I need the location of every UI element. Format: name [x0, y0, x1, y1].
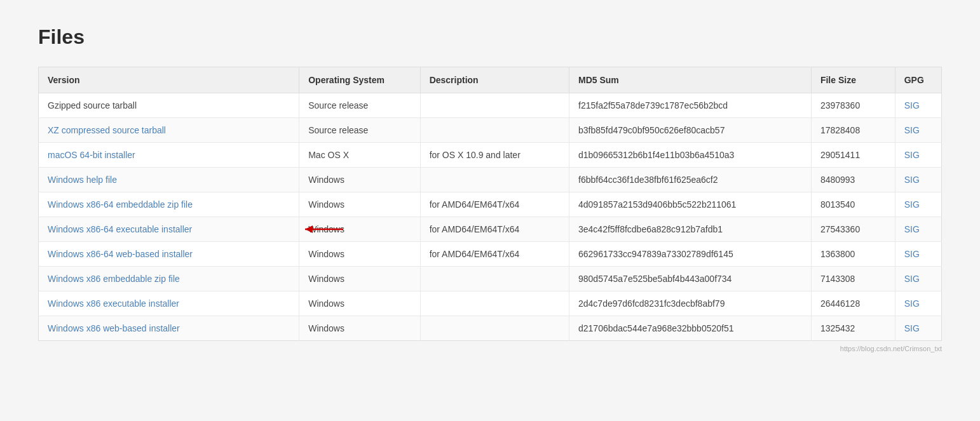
table-header-row: Version Operating System Description MD5…: [39, 67, 942, 93]
table-row: Windows x86-64 web-based installerWindow…: [39, 242, 942, 267]
file-version-link[interactable]: Windows x86-64 executable installer: [48, 224, 192, 234]
cell-description: for OS X 10.9 and later: [420, 143, 569, 168]
file-version-link[interactable]: Windows x86-64 embeddable zip file: [48, 199, 193, 210]
cell-gpg: SIG: [895, 267, 941, 291]
cell-os: Windows: [299, 242, 420, 267]
svg-marker-1: [305, 225, 313, 233]
column-header-version: Version: [39, 67, 299, 93]
cell-filesize: 7143308: [811, 267, 895, 291]
file-version-link[interactable]: macOS 64-bit installer: [48, 150, 135, 160]
cell-description: for AMD64/EM64T/x64: [420, 217, 569, 242]
cell-description: [420, 291, 569, 316]
table-row: Windows help fileWindowsf6bbf64cc36f1de3…: [39, 168, 942, 192]
cell-filesize: 8480993: [811, 168, 895, 192]
cell-md5: 662961733cc947839a73302789df6145: [569, 242, 812, 267]
cell-filesize: 23978360: [811, 93, 895, 118]
cell-os: Source release: [299, 93, 420, 118]
gpg-sig-link[interactable]: SIG: [904, 224, 920, 234]
cell-version: Windows x86-64 embeddable zip file: [39, 192, 299, 217]
cell-os: Windows: [299, 267, 420, 291]
cell-md5: d1b09665312b6b1f4e11b03b6a4510a3: [569, 143, 812, 168]
table-row: XZ compressed source tarballSource relea…: [39, 118, 942, 143]
file-version-link[interactable]: Windows x86-64 web-based installer: [48, 249, 193, 259]
gpg-sig-link[interactable]: SIG: [904, 150, 920, 160]
table-row: Windows x86 executable installerWindows2…: [39, 291, 942, 316]
file-version-link[interactable]: XZ compressed source tarball: [48, 125, 166, 135]
cell-description: [420, 168, 569, 192]
column-header-os: Operating System: [299, 67, 420, 93]
cell-description: [420, 316, 569, 341]
cell-os: Windows: [299, 291, 420, 316]
cell-version: Windows x86 embeddable zip file: [39, 267, 299, 291]
cell-version: Windows x86-64 web-based installer: [39, 242, 299, 267]
cell-filesize: 1363800: [811, 242, 895, 267]
cell-gpg: SIG: [895, 291, 941, 316]
cell-description: for AMD64/EM64T/x64: [420, 242, 569, 267]
column-header-md5: MD5 Sum: [569, 67, 812, 93]
table-row: Windows x86-64 embeddable zip fileWindow…: [39, 192, 942, 217]
files-table: Version Operating System Description MD5…: [38, 67, 942, 341]
cell-version: Windows help file: [39, 168, 299, 192]
table-row: Gzipped source tarballSource releasef215…: [39, 93, 942, 118]
cell-version: Gzipped source tarball: [39, 93, 299, 118]
cell-description: [420, 118, 569, 143]
cell-md5: b3fb85fd479c0bf950c626ef80cacb57: [569, 118, 812, 143]
cell-description: [420, 267, 569, 291]
cell-gpg: SIG: [895, 316, 941, 341]
cell-md5: 2d4c7de97d6fcd8231fc3decbf8abf79: [569, 291, 812, 316]
cell-os: Mac OS X: [299, 143, 420, 168]
footer-note: https://blog.csdn.net/Crimson_txt: [38, 345, 942, 352]
file-version-link[interactable]: Windows help file: [48, 175, 117, 185]
file-version-link[interactable]: Windows x86 web-based installer: [48, 323, 180, 333]
gpg-sig-link[interactable]: SIG: [904, 175, 920, 185]
column-header-description: Description: [420, 67, 569, 93]
cell-description: [420, 93, 569, 118]
cell-gpg: SIG: [895, 192, 941, 217]
cell-filesize: 8013540: [811, 192, 895, 217]
cell-os: Windows: [299, 316, 420, 341]
table-row: Windows x86 web-based installerWindowsd2…: [39, 316, 942, 341]
page-title: Files: [38, 25, 942, 49]
cell-gpg: SIG: [895, 93, 941, 118]
cell-md5: f215fa2f55a78de739c1787ec56b2bcd: [569, 93, 812, 118]
cell-md5: d21706bdac544e7a968e32bbb0520f51: [569, 316, 812, 341]
cell-md5: 980d5745a7e525be5abf4b443a00f734: [569, 267, 812, 291]
cell-filesize: 27543360: [811, 217, 895, 242]
table-row: macOS 64-bit installerMac OS Xfor OS X 1…: [39, 143, 942, 168]
cell-filesize: 26446128: [811, 291, 895, 316]
cell-version: macOS 64-bit installer: [39, 143, 299, 168]
cell-filesize: 29051411: [811, 143, 895, 168]
cell-filesize: 1325432: [811, 316, 895, 341]
cell-filesize: 17828408: [811, 118, 895, 143]
table-row: Windows x86 embeddable zip fileWindows98…: [39, 267, 942, 291]
cell-version: Windows x86-64 executable installer: [39, 217, 299, 242]
cell-os: Source release: [299, 118, 420, 143]
cell-os: Windows: [299, 192, 420, 217]
cell-version: XZ compressed source tarball: [39, 118, 299, 143]
gpg-sig-link[interactable]: SIG: [904, 199, 920, 210]
gpg-sig-link[interactable]: SIG: [904, 249, 920, 259]
file-version-link[interactable]: Windows x86 executable installer: [48, 298, 179, 309]
gpg-sig-link[interactable]: SIG: [904, 100, 920, 110]
cell-gpg: SIG: [895, 217, 941, 242]
cell-gpg: SIG: [895, 242, 941, 267]
column-header-filesize: File Size: [811, 67, 895, 93]
cell-md5: 3e4c42f5ff8fcdbe6a828c912b7afdb1: [569, 217, 812, 242]
cell-version: Windows x86 executable installer: [39, 291, 299, 316]
cell-version: Windows x86 web-based installer: [39, 316, 299, 341]
cell-gpg: SIG: [895, 118, 941, 143]
cell-gpg: SIG: [895, 168, 941, 192]
cell-md5: 4d091857a2153d9406bb5c522b211061: [569, 192, 812, 217]
gpg-sig-link[interactable]: SIG: [904, 323, 920, 333]
cell-md5: f6bbf64cc36f1de38fbf61f625ea6cf2: [569, 168, 812, 192]
table-row: Windows x86-64 executable installerWindo…: [39, 217, 942, 242]
gpg-sig-link[interactable]: SIG: [904, 274, 920, 284]
file-version-link[interactable]: Windows x86 embeddable zip file: [48, 274, 180, 284]
gpg-sig-link[interactable]: SIG: [904, 125, 920, 135]
gpg-sig-link[interactable]: SIG: [904, 298, 920, 309]
cell-gpg: SIG: [895, 143, 941, 168]
cell-description: for AMD64/EM64T/x64: [420, 192, 569, 217]
column-header-gpg: GPG: [895, 67, 941, 93]
cell-os: Windows: [299, 168, 420, 192]
red-arrow-icon: [299, 223, 350, 236]
